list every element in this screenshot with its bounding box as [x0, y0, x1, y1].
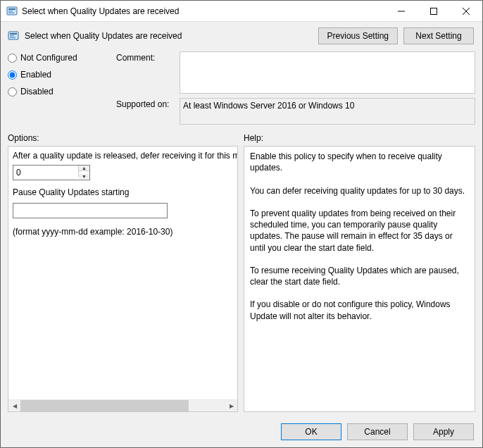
- apply-button[interactable]: Apply: [413, 423, 474, 440]
- app-icon: [6, 6, 18, 17]
- previous-setting-button[interactable]: Previous Setting: [318, 27, 398, 44]
- minimize-button[interactable]: [385, 1, 418, 21]
- defer-days-input[interactable]: [13, 166, 78, 180]
- header: Select when Quality Updates are received…: [1, 22, 482, 47]
- format-hint: (format yyyy-mm-dd example: 2016-10-30): [13, 227, 233, 237]
- content-panes: After a quality update is released, defe…: [1, 146, 482, 418]
- spinner-up-icon[interactable]: ▲: [79, 166, 89, 171]
- svg-rect-3: [8, 12, 14, 13]
- state-radio-group: Not Configured Enabled Disabled: [8, 51, 113, 104]
- pause-updates-label: Pause Quality Updates starting: [13, 187, 233, 197]
- radio-disabled-input[interactable]: [8, 87, 17, 97]
- scroll-right-icon[interactable]: ▶: [225, 400, 237, 411]
- comment-label: Comment:: [116, 51, 180, 63]
- radio-enabled[interactable]: Enabled: [8, 70, 113, 80]
- pause-date-input[interactable]: [13, 203, 168, 218]
- radio-disabled-label: Disabled: [20, 87, 54, 97]
- supported-on-label: Supported on:: [116, 98, 180, 109]
- svg-rect-5: [431, 8, 437, 14]
- help-label: Help:: [244, 133, 263, 143]
- scroll-left-icon[interactable]: ◀: [8, 400, 20, 411]
- section-labels: Options: Help:: [1, 129, 482, 146]
- options-horizontal-scrollbar[interactable]: ◀ ▶: [8, 399, 237, 411]
- dialog-footer: OK Cancel Apply: [1, 418, 482, 447]
- svg-rect-1: [8, 8, 15, 10]
- window-title: Select when Quality Updates are received: [22, 6, 385, 16]
- titlebar: Select when Quality Updates are received: [1, 1, 482, 22]
- radio-not-configured-label: Not Configured: [20, 53, 77, 63]
- defer-days-label: After a quality update is released, defe…: [13, 151, 233, 161]
- cancel-button[interactable]: Cancel: [347, 423, 408, 440]
- scroll-thumb[interactable]: [20, 400, 189, 411]
- radio-not-configured[interactable]: Not Configured: [8, 53, 113, 63]
- radio-disabled[interactable]: Disabled: [8, 87, 113, 97]
- svg-rect-11: [10, 37, 15, 39]
- close-button[interactable]: [450, 1, 482, 21]
- gpo-settings-window: Select when Quality Updates are received…: [0, 0, 483, 448]
- supported-on-text: [180, 98, 475, 125]
- options-body: After a quality update is released, defe…: [8, 147, 237, 399]
- radio-not-configured-input[interactable]: [8, 54, 17, 63]
- options-pane: After a quality update is released, defe…: [8, 146, 238, 412]
- next-setting-button[interactable]: Next Setting: [403, 27, 474, 44]
- spinner-down-icon[interactable]: ▼: [79, 174, 89, 179]
- maximize-button[interactable]: [418, 1, 450, 21]
- ok-button[interactable]: OK: [281, 423, 341, 440]
- scroll-track[interactable]: [20, 400, 225, 411]
- options-label: Options:: [8, 133, 244, 143]
- svg-rect-9: [10, 33, 17, 35]
- policy-title: Select when Quality Updates are received: [25, 31, 318, 41]
- config-area: Not Configured Enabled Disabled Comment:…: [1, 47, 482, 129]
- help-pane: Enable this policy to specify when to re…: [244, 146, 475, 412]
- policy-icon: [8, 30, 19, 42]
- help-text: Enable this policy to specify when to re…: [244, 147, 475, 411]
- svg-rect-2: [8, 11, 13, 12]
- defer-days-spinner[interactable]: ▲ ▼: [13, 165, 90, 180]
- comment-textarea[interactable]: [180, 51, 475, 94]
- radio-enabled-input[interactable]: [8, 70, 17, 80]
- svg-rect-10: [10, 35, 14, 37]
- radio-enabled-label: Enabled: [20, 70, 51, 80]
